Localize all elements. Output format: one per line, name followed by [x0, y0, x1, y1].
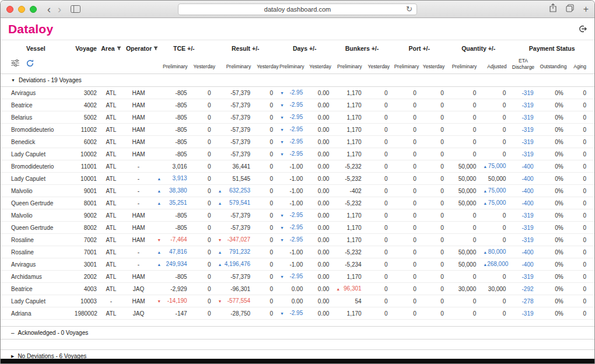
- voyage-row[interactable]: Lady Capulet10001ATL-▲3,913051,5450-1.00…: [1, 173, 594, 185]
- column-header-tce[interactable]: TCE +/-: [153, 40, 214, 56]
- column-header-quantity[interactable]: Quantity +/-: [447, 40, 510, 56]
- section-header-acknowledged[interactable]: – Acknowledged - 0 Voyages: [1, 326, 594, 340]
- cell-value: 0: [583, 225, 586, 231]
- cell-value: -1.00: [289, 176, 303, 182]
- cell-result-preliminary: -57,379: [215, 136, 254, 148]
- cell-value: -57,379: [230, 139, 250, 145]
- url-field[interactable]: dataloy dashboard.com ↻: [178, 4, 417, 15]
- cell-area: ATL: [99, 173, 124, 185]
- column-header-voyage[interactable]: Voyage: [71, 40, 99, 56]
- voyage-row[interactable]: Benedick6002ATLHAM-8050-57,3790▼-2.950.0…: [1, 136, 594, 148]
- cell-tce-preliminary: ▲3,913: [153, 173, 190, 185]
- cell-value: 0: [384, 298, 388, 304]
- cell-quantity-adjusted: 0: [480, 111, 509, 124]
- tab-overview-button[interactable]: [566, 4, 574, 15]
- column-header-result[interactable]: Result +/-: [215, 40, 276, 56]
- cell-operator: HAM: [124, 295, 153, 307]
- voyage-row[interactable]: Arviragus3002ATLHAM-8050-57,3790▼-2.950.…: [1, 87, 594, 99]
- cell-value: 0: [208, 274, 211, 280]
- voyage-row[interactable]: Malvolio9002ATLHAM-8050-57,3790▼-2.950.0…: [1, 209, 594, 222]
- subheader-port-yesterday[interactable]: Yesterday: [420, 55, 447, 74]
- cell-area: -: [99, 295, 124, 307]
- cell-port-yesterday: 0: [420, 234, 447, 246]
- operator-filter-icon[interactable]: [153, 45, 158, 52]
- voyage-row[interactable]: Lady Capulet10002ATLHAM-8050-57,3790▼-2.…: [1, 148, 594, 160]
- cell-value: -319: [522, 127, 534, 133]
- section-header-no-deviations[interactable]: ▶ No Deviations - 6 Voyages: [1, 349, 594, 359]
- column-header-days[interactable]: Days +/-: [276, 40, 332, 56]
- forward-button[interactable]: ›: [58, 4, 61, 15]
- subheader-result-yesterday[interactable]: Yesterday: [254, 55, 276, 74]
- voyage-row[interactable]: Bromodideuterio11002ATLHAM-8050-57,3790▼…: [1, 124, 594, 136]
- voyage-row[interactable]: Malvolio9001ATL-▲38,3800▲632,2530-1.000.…: [1, 185, 594, 197]
- filter-settings-button[interactable]: [11, 60, 19, 68]
- reload-icon[interactable]: ↻: [406, 5, 412, 13]
- refresh-button[interactable]: [26, 60, 34, 68]
- cell-value: 0: [384, 127, 388, 133]
- logout-button[interactable]: [578, 24, 587, 33]
- back-button[interactable]: ‹: [47, 4, 51, 15]
- subheader-tce-yesterday[interactable]: Yesterday: [191, 55, 215, 74]
- subheader-result-preliminary[interactable]: Preliminary: [215, 55, 254, 74]
- cell-value: 0.00: [318, 163, 329, 170]
- subheader-days-preliminary[interactable]: Preliminary: [276, 55, 306, 74]
- cell-value: 0.00: [292, 286, 303, 292]
- cell-port-preliminary: 0: [391, 307, 420, 320]
- cell-days-yesterday: 0.00: [306, 271, 332, 283]
- subheader-outstanding[interactable]: Outstanding: [537, 55, 567, 74]
- voyage-row[interactable]: Lady Capulet10003-HAM▼-14,1900▼-577,5540…: [1, 295, 594, 307]
- zoom-window-button[interactable]: [30, 6, 37, 13]
- cell-aging: 0: [567, 136, 594, 148]
- column-header-bunkers[interactable]: Bunkers +/-: [332, 40, 391, 56]
- voyage-row[interactable]: Bromodideuterio11001ATL-3,016036,4410-1.…: [1, 160, 594, 173]
- minimize-window-button[interactable]: [18, 6, 25, 13]
- subheader-tce-preliminary[interactable]: Preliminary: [153, 55, 190, 74]
- subheader-quantity-preliminary[interactable]: Preliminary: [447, 55, 480, 74]
- section-header-deviations[interactable]: ▼Deviations - 19 Voyages: [1, 74, 594, 87]
- column-header-port[interactable]: Port +/-: [391, 40, 447, 56]
- column-header-payment-status[interactable]: Payment Status: [509, 40, 594, 56]
- cell-value: 0: [413, 237, 416, 243]
- sidebar-toggle-button[interactable]: [71, 5, 80, 13]
- voyage-row[interactable]: Belarius5002ATLHAM-8050-57,3790▼-2.950.0…: [1, 111, 594, 124]
- cell-value: 0: [440, 274, 444, 280]
- new-tab-button[interactable]: +: [583, 5, 589, 14]
- cell-tce-yesterday: 0: [191, 160, 215, 173]
- cell-outstanding: 0%: [537, 124, 567, 136]
- voyage-row[interactable]: Adriana1980002ATLJAQ-1470-28,7500▼-2.950…: [1, 307, 594, 320]
- cell-value: -319: [522, 139, 534, 145]
- subheader-aging[interactable]: Aging: [567, 55, 594, 74]
- column-header-vessel[interactable]: Vessel: [1, 40, 71, 56]
- voyage-row[interactable]: Queen Gertrude8001ATL-▲35,2510▲579,5410-…: [1, 197, 594, 209]
- cell-value: -2.95: [289, 114, 303, 120]
- voyage-row[interactable]: Beatrice4002ATLHAM-8050-57,3790▼-2.950.0…: [1, 99, 594, 111]
- subheader-bunkers-yesterday[interactable]: Yesterday: [365, 55, 391, 74]
- close-window-button[interactable]: [6, 6, 13, 13]
- cell-bunkers-preliminary: 1,170: [332, 99, 365, 111]
- subheader-bunkers-preliminary[interactable]: Preliminary: [332, 55, 365, 74]
- column-header-area[interactable]: Area: [99, 40, 124, 56]
- cell-quantity-adjusted: 0: [480, 87, 509, 99]
- subheader-eta-discharge[interactable]: ETA Discharge: [509, 55, 537, 74]
- cell-value: 0: [413, 90, 416, 96]
- cell-tce-preliminary: -805: [153, 222, 190, 234]
- cell-aging: 0: [567, 124, 594, 136]
- cell-value: -319: [522, 114, 534, 121]
- area-filter-icon[interactable]: [117, 45, 121, 52]
- voyage-row[interactable]: Rosaline7002ATLHAM▼-7,4640▼-347,0270▼-2.…: [1, 234, 594, 246]
- subheader-port-preliminary[interactable]: Preliminary: [391, 55, 420, 74]
- voyage-row[interactable]: Arviragus3001ATL-▲249,9340▲4,196,4760-1.…: [1, 258, 594, 271]
- voyage-row[interactable]: Archidamus2002ATLHAM-8050-57,3790▼-2.950…: [1, 271, 594, 283]
- cell-value: 0%: [555, 127, 563, 133]
- cell-eta-discharge: -319: [509, 124, 537, 136]
- subheader-days-yesterday[interactable]: Yesterday: [306, 55, 332, 74]
- voyage-row[interactable]: Rosaline7001ATL-▲47,8160▲791,2320-1.000.…: [1, 246, 594, 258]
- cell-value: 0: [384, 274, 388, 280]
- share-icon: [550, 4, 556, 12]
- column-header-operator[interactable]: Operator: [124, 40, 153, 56]
- voyage-row[interactable]: Queen Gertrude8002ATLHAM-8050-57,3790▼-2…: [1, 222, 594, 234]
- voyage-row[interactable]: Beatrice4003ATLJAQ-2,9290-96,30100.000.0…: [1, 283, 594, 295]
- share-button[interactable]: [550, 4, 556, 15]
- cell-value: 0: [413, 310, 416, 317]
- subheader-quantity-adjusted[interactable]: Adjusted: [480, 55, 509, 74]
